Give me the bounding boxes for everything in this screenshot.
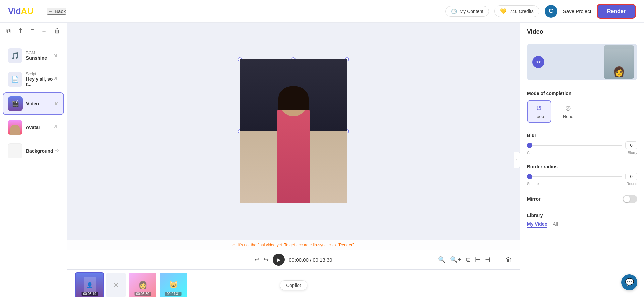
background-visibility-icon[interactable]: 👁 — [54, 148, 59, 154]
blur-min-label: Clear — [527, 151, 536, 155]
render-label: Render — [607, 8, 626, 14]
sidebar-toolbar: ⧉ ⬆ ≡ ＋ 🗑 — [0, 23, 67, 39]
transition-symbol: ✕ — [113, 281, 119, 289]
timeline-controls: ↩ ↪ ▶ 00:00.00 / 00:13.30 🔍 — [67, 250, 520, 270]
filter-icon-button[interactable]: ≡ — [30, 27, 34, 35]
add-icon-button[interactable]: ＋ — [41, 27, 47, 35]
avatar-thumb-box — [8, 120, 22, 135]
sidebar-item-background[interactable]: Background 👁 — [3, 140, 64, 162]
timeline-right-controls: 🔍 🔍+ ⧉ ⊢ ⊣ ＋ — [438, 256, 512, 264]
copilot-label: Copilot — [286, 283, 301, 288]
toggle-knob — [623, 196, 630, 202]
save-project-button[interactable]: Save Project — [563, 8, 591, 14]
render-button[interactable]: Render — [597, 4, 636, 19]
split-icon: ⧉ — [466, 256, 470, 263]
sidebar-collapse-button[interactable]: › — [514, 152, 520, 168]
logo-text: VidAU — [8, 6, 33, 16]
my-content-button[interactable]: 🕐 My Content — [445, 6, 489, 17]
library-tab-all[interactable]: All — [553, 221, 558, 228]
credits-button[interactable]: 💛 746 Credits — [494, 5, 539, 17]
bgm-visibility-icon[interactable]: 👁 — [54, 53, 59, 59]
filter-icon: ≡ — [30, 27, 34, 35]
mode-option-loop[interactable]: ↺ Loop — [527, 100, 551, 123]
time-separator: / — [310, 257, 313, 263]
timeline-add-button[interactable]: ＋ — [495, 256, 501, 264]
right-panel: Video ✂ 👩 Mode of completion ↺ Loop — [520, 23, 644, 297]
undo-button[interactable]: ↩ — [255, 256, 260, 263]
scissors-button[interactable]: ✂ — [532, 56, 544, 68]
warning-bar: ⚠ It's not the final video yet. To get a… — [67, 240, 520, 250]
blur-slider[interactable] — [527, 145, 622, 146]
timeline-delete-button[interactable]: 🗑 — [506, 256, 512, 263]
script-icon: 📄 — [11, 76, 19, 83]
arrange-icon-button[interactable]: ⬆ — [18, 27, 23, 35]
zoom-in-button[interactable]: 🔍+ — [450, 256, 461, 263]
credits-label: 746 Credits — [509, 9, 534, 14]
copilot-chip[interactable]: Copilot — [280, 280, 307, 290]
thumbnail-item-1[interactable]: 👤 00:03.19 — [75, 272, 104, 297]
border-radius-slider[interactable] — [527, 176, 622, 177]
thumbnail-time-2: 00:05.80 — [135, 292, 151, 296]
zoom-out-icon: 🔍 — [438, 256, 445, 263]
border-slider-labels: Square Round — [527, 182, 637, 186]
copy-icon-button[interactable]: ⧉ — [6, 27, 11, 35]
back-button[interactable]: ← Back — [47, 8, 66, 15]
copy-icon: ⧉ — [6, 27, 11, 35]
chat-button[interactable]: 💬 — [621, 274, 637, 290]
video-label: Video — [26, 101, 39, 106]
trash-icon: 🗑 — [54, 27, 60, 35]
script-visibility-icon[interactable]: 👁 — [54, 76, 59, 82]
library-tab-my-video[interactable]: My Video — [527, 221, 547, 228]
video-thumbnail-preview: ✂ 👩 — [527, 44, 637, 80]
chevron-right-icon: › — [516, 158, 517, 162]
script-label: Hey y'all, so t... — [26, 76, 54, 87]
sidebar-item-script[interactable]: 📄 Script Hey y'all, so t... 👁 — [3, 68, 64, 91]
user-avatar[interactable]: C — [545, 5, 557, 18]
avatar-label: Avatar — [26, 125, 40, 130]
bg-icon-box — [8, 143, 22, 158]
preview-thumb: 👩 — [604, 45, 634, 79]
border-slider-row: 0 — [527, 173, 637, 180]
arrange-icon: ⬆ — [18, 27, 23, 35]
sidebar: ⧉ ⬆ ≡ ＋ 🗑 🎵 B — [0, 23, 67, 297]
border-max-label: Round — [627, 182, 637, 186]
mode-option-none[interactable]: ⊘ None — [555, 100, 581, 123]
thumbnail-item-3[interactable]: 🐱 00:04.31 — [159, 272, 188, 297]
header-right: 🕐 My Content 💛 746 Credits C Save Projec… — [445, 4, 636, 19]
save-project-label: Save Project — [563, 8, 591, 14]
video-preview: Hey y'all — [240, 59, 347, 203]
warning-icon: ⚠ — [232, 243, 236, 247]
split-button[interactable]: ⧉ — [466, 256, 470, 263]
trash-icon: 🗑 — [506, 256, 512, 263]
avatar-visibility-icon[interactable]: 👁 — [54, 124, 59, 130]
library-section: Library My Video All — [520, 208, 644, 233]
sidebar-item-video[interactable]: 🎬 Video 👁 — [3, 92, 64, 115]
blur-slider-row: 0 — [527, 141, 637, 149]
align-right-button[interactable]: ⊣ — [485, 256, 490, 263]
delete-icon-button[interactable]: 🗑 — [54, 27, 60, 35]
redo-button[interactable]: ↪ — [264, 256, 269, 263]
script-subtitle: Script — [26, 72, 54, 76]
align-left-button[interactable]: ⊢ — [475, 256, 480, 263]
video-visibility-icon[interactable]: 👁 — [53, 101, 59, 107]
sidebar-item-avatar[interactable]: Avatar 👁 — [3, 116, 64, 138]
sidebar-item-bgm[interactable]: 🎵 BGM Sunshine 👁 — [3, 45, 64, 67]
zoom-out-button[interactable]: 🔍 — [438, 256, 445, 263]
thumbnail-time-3: 00:04.31 — [165, 292, 182, 296]
mirror-toggle[interactable] — [623, 195, 637, 203]
add-icon: ＋ — [41, 27, 47, 35]
logo: VidAU — [8, 6, 33, 16]
play-button[interactable]: ▶ — [273, 254, 285, 266]
back-arrow-icon: ← — [48, 8, 53, 14]
warning-text: It's not the final video yet. To get acc… — [238, 243, 355, 247]
avatar-letter: C — [549, 8, 553, 15]
align-left-icon: ⊢ — [475, 256, 480, 263]
header-left: VidAU ← Back — [8, 6, 66, 16]
thumbnail-item-2[interactable]: 👩 00:05.80 — [128, 272, 157, 297]
blur-max-label: Blurry — [628, 151, 637, 155]
canvas-area: › Hey y'all — [67, 23, 520, 297]
canvas-wrapper: Hey y'all — [240, 59, 347, 203]
library-tabs: My Video All — [527, 221, 637, 228]
blur-section: Blur 0 Clear Blurry — [520, 128, 644, 159]
person-figure — [263, 90, 324, 203]
